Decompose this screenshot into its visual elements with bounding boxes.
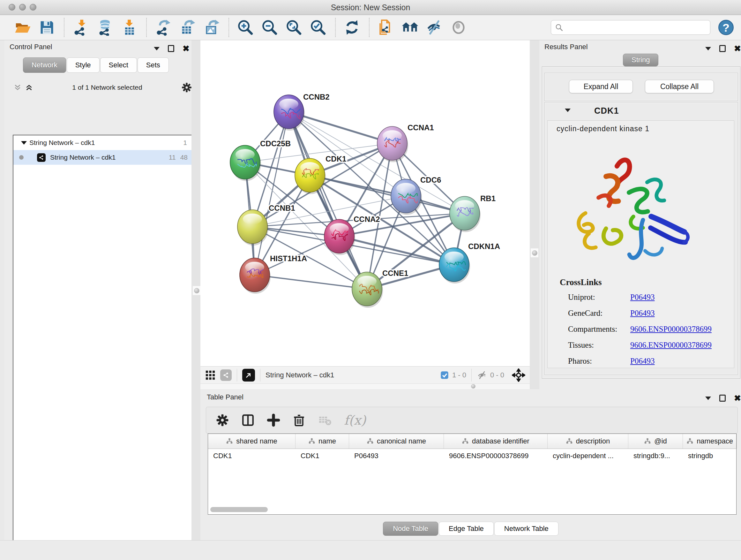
crosslink-value-link[interactable]: P06493 [630,309,655,318]
column-header-id[interactable]: @id [628,434,683,449]
network-node-CDKN1A[interactable] [439,248,470,284]
network-row-selected[interactable]: String Network – cdk1 11 48 [13,150,193,165]
network-edge-CCNB2-HIST1H1A[interactable] [255,112,289,275]
column-header-description[interactable]: description [548,434,628,449]
add-column-icon[interactable] [267,414,280,427]
float-panel-icon[interactable] [719,45,726,52]
network-node-CDK1[interactable] [295,159,326,194]
grid-view-icon[interactable] [205,370,216,381]
new-network-from-selection-button[interactable] [376,17,396,37]
network-node-CDC25B[interactable] [230,145,261,181]
close-panel-icon[interactable]: ✖ [734,45,741,52]
splitter-handle[interactable] [471,384,475,388]
network-node-CCNA1[interactable] [377,126,408,162]
crosslink-value-link[interactable]: P06493 [630,357,655,366]
tab-style[interactable]: Style [67,57,99,73]
zoom-fit-button[interactable] [284,17,304,37]
scrollbar-thumb[interactable] [210,507,268,512]
expand-all-button[interactable]: Expand All [569,80,633,93]
column-header-databaseidentifier[interactable]: database identifier [444,434,548,449]
column-header-canonicalname[interactable]: canonical name [349,434,444,449]
network-collection-row[interactable]: String Network – cdk1 1 [13,135,193,150]
table-cell[interactable]: stringdb [683,452,737,460]
close-panel-icon[interactable]: ✖ [734,395,741,401]
node-table[interactable]: shared namenamecanonical namedatabase id… [208,434,737,515]
column-header-name[interactable]: name [295,434,349,449]
close-panel-icon[interactable]: ✖ [183,45,190,52]
import-network-database-button[interactable] [95,17,115,37]
section-collapse-icon[interactable] [565,109,570,112]
open-session-button[interactable] [13,17,32,37]
crosslink-value-link[interactable]: 9606.ENSP00000378699 [630,341,712,350]
table-cell[interactable]: CDK1 [208,452,295,460]
search-input[interactable] [563,23,705,32]
table-cell[interactable]: cyclin-dependent ... [548,452,628,460]
network-graph[interactable]: CCNB2CCNA1CDC25BCDK1CDC6RB1CCNB1CCNA2CDK… [200,40,530,366]
tab-select[interactable]: Select [100,57,137,73]
network-node-CCNE1[interactable] [352,272,383,308]
import-table-button[interactable] [119,17,139,37]
first-neighbors-button[interactable] [400,17,420,37]
zoom-selected-button[interactable] [308,17,328,37]
tab-network[interactable]: Network [23,57,66,73]
left-splitter[interactable] [192,40,200,540]
panel-menu-icon[interactable] [705,396,711,400]
toolbar-separator [369,18,369,37]
overview-toggle-button[interactable] [220,369,232,381]
export-table-button[interactable] [178,17,197,37]
birdseye-button[interactable] [242,369,255,381]
tab-sets[interactable]: Sets [138,57,169,73]
hide-selected-button[interactable] [424,17,444,37]
save-session-button[interactable] [37,17,57,37]
network-node-CDC6[interactable] [391,179,422,215]
help-button[interactable]: ? [716,17,736,37]
zoom-out-button[interactable] [260,17,280,37]
tree-expand-icon[interactable] [21,141,29,145]
column-header-namespace[interactable]: namespace [683,434,737,449]
table-cell[interactable]: stringdb:9... [628,452,683,460]
network-canvas[interactable]: CCNB2CCNA1CDC25BCDK1CDC6RB1CCNB1CCNA2CDK… [200,40,530,366]
crosslink-value-link[interactable]: 9606.ENSP00000378699 [630,325,712,334]
node-label-CDK1: CDK1 [326,154,346,163]
selected-checkbox-icon[interactable] [440,371,449,380]
tab-string[interactable]: String [623,54,658,66]
table-cell[interactable]: P06493 [349,452,444,460]
network-node-HIST1H1A[interactable] [240,258,271,294]
splitter-handle[interactable] [531,248,538,257]
network-node-CCNB1[interactable] [238,210,268,246]
gear-icon[interactable] [181,82,192,93]
collapse-all-icon[interactable] [13,83,22,91]
table-scrollbar[interactable] [210,507,734,513]
table-cell[interactable]: CDK1 [295,452,349,460]
expand-all-icon[interactable] [25,83,33,91]
panel-menu-icon[interactable] [705,47,711,51]
refresh-button[interactable] [342,17,362,37]
tab-node-table[interactable]: Node Table [383,522,438,536]
delete-column-trash-icon[interactable] [292,414,306,427]
table-settings-gear-icon[interactable] [216,414,229,427]
export-image-button[interactable] [202,17,221,37]
table-cell[interactable]: 9606.ENSP00000378699 [444,452,548,460]
hidden-eye-icon[interactable] [477,370,487,380]
network-edge-HIST1H1A-CCNE1[interactable] [255,275,367,289]
tab-edge-table[interactable]: Edge Table [439,522,494,536]
export-network-button[interactable] [153,17,173,37]
zoom-in-button[interactable] [235,17,255,37]
column-header-sharedname[interactable]: shared name [208,434,295,449]
collapse-all-button[interactable]: Collapse All [645,80,714,93]
crosslink-value-link[interactable]: P06493 [630,293,655,302]
float-panel-icon[interactable] [719,395,726,401]
column-tree-icon [462,438,469,445]
show-all-button[interactable] [449,17,468,37]
panel-menu-icon[interactable] [154,47,159,51]
network-node-CCNB2[interactable] [274,95,305,131]
fit-selected-icon[interactable] [512,368,525,382]
table-row[interactable]: CDK1CDK1P064939606.ENSP00000378699cyclin… [208,449,736,463]
import-network-file-button[interactable] [71,17,91,37]
right-splitter[interactable] [530,40,539,389]
split-table-icon[interactable] [241,414,255,427]
float-panel-icon[interactable] [168,45,174,52]
network-node-RB1[interactable] [450,196,481,232]
tab-network-table[interactable]: Network Table [494,522,558,536]
splitter-handle[interactable] [193,286,200,295]
